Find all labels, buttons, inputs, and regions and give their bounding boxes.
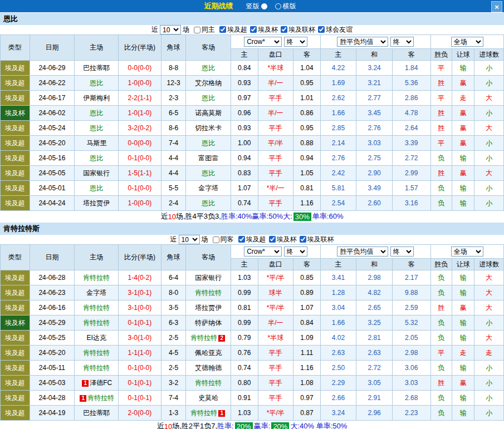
away-team-cell[interactable]: 肯特拉特1 (186, 406, 231, 421)
away-team-cell[interactable]: 恩比 (186, 136, 231, 151)
home-team-cell[interactable]: 恩比 (75, 181, 119, 196)
home-team-cell[interactable]: 恩比 (75, 106, 119, 121)
home-team-cell[interactable]: 巴拉蒂耶 (75, 406, 119, 421)
league-checkbox[interactable] (238, 236, 245, 243)
col-europe-draw: 和 (356, 49, 393, 61)
league-filter[interactable]: 埃及杯 (247, 25, 278, 34)
europe-away-odds: 5.36 (392, 76, 430, 91)
league-filter[interactable]: 埃及联杯 (297, 235, 334, 244)
home-team-cell[interactable]: 伊斯梅利 (75, 91, 119, 106)
home-team-cell[interactable]: 恩比 (75, 121, 119, 136)
layout-option-vertical[interactable]: 竖版 (246, 2, 267, 11)
asia-away-odds: 1.09 (293, 331, 320, 346)
home-team-cell[interactable]: 肯特拉特 (75, 300, 119, 315)
away-team-cell[interactable]: 金字塔 (186, 181, 231, 196)
away-team-cell[interactable]: 恩比 (186, 196, 231, 211)
home-team-cell[interactable]: 肯特拉特 (75, 361, 119, 376)
away-team-cell[interactable]: 诺高莫斯 (186, 106, 231, 121)
away-team-cell[interactable]: 肯特拉特2 (186, 331, 231, 346)
corner-cell: 4-5 (161, 346, 185, 361)
away-team-cell[interactable]: 国家银行 (186, 270, 231, 285)
league-label: 埃及超 (227, 25, 247, 34)
away-team-cell[interactable]: 恩比 (186, 91, 231, 106)
league-checkbox[interactable] (281, 26, 287, 33)
home-team-cell[interactable]: 恩比 (75, 151, 119, 166)
home-team-cell[interactable]: 巴拉蒂耶 (75, 61, 119, 76)
away-team-cell[interactable]: 艾尔格纳 (186, 76, 231, 91)
europe-draw-odds: 3.24 (356, 61, 393, 76)
away-team-cell[interactable]: 肯特拉特 (186, 376, 231, 391)
home-team-cell[interactable]: 塔拉贾伊 (75, 196, 119, 211)
away-team-cell[interactable]: 塔拉贾伊 (186, 300, 231, 315)
same-venue-checkbox[interactable] (213, 236, 219, 243)
corner-cell: 8-6 (161, 121, 185, 136)
odds-company-select[interactable]: Crow* (244, 37, 282, 47)
asia-handicap: 平手 (258, 391, 293, 406)
europe-away-odds: 1.84 (392, 61, 430, 76)
layout-option-horizontal[interactable]: 横版 (275, 2, 296, 11)
away-team-cell[interactable]: 富图雷 (186, 151, 231, 166)
away-team-cell[interactable]: 切拉米卡 (186, 121, 231, 136)
europe-time-select[interactable]: 终 (390, 37, 414, 47)
same-venue-filter[interactable]: 同主 (191, 25, 215, 34)
home-team-cell[interactable]: 国家银行 (75, 166, 119, 181)
home-team-name: 恩比 (90, 109, 103, 117)
scope-select[interactable]: 全场 (451, 246, 483, 257)
home-team-cell[interactable]: 1肯特拉特 (75, 391, 119, 406)
home-team-cell[interactable]: 马斯里 (75, 136, 119, 151)
asia-time-select[interactable]: 终 (284, 246, 307, 257)
scope-select[interactable]: 全场 (451, 37, 483, 47)
date-cell: 24-05-03 (30, 376, 75, 391)
europe-time-select[interactable]: 终 (390, 246, 414, 257)
recent-count-select[interactable]: 10 (179, 235, 200, 244)
result-wdl: 负 (430, 181, 452, 196)
result-handicap: 赢 (452, 300, 474, 315)
home-team-cell[interactable]: 肯特拉特 (75, 346, 119, 361)
home-team-cell[interactable]: 肯特拉特 (75, 315, 119, 331)
same-venue-filter[interactable]: 同客 (210, 235, 234, 244)
date-cell: 24-04-24 (30, 196, 75, 211)
league-filter[interactable]: 埃及超 (217, 25, 247, 34)
europe-draw-odds: 2.81 (356, 331, 393, 346)
home-team-cell[interactable]: 恩比 (75, 76, 119, 91)
home-team-cell[interactable]: 金字塔 (75, 285, 119, 300)
asia-time-select[interactable]: 终 (284, 37, 307, 47)
europe-odds-select[interactable]: 胜平负均值 (337, 37, 388, 47)
away-team-cell[interactable]: 佩哈亚克 (186, 346, 231, 361)
away-team-cell[interactable]: 史莫哈 (186, 391, 231, 406)
result-goals: 小 (474, 315, 504, 331)
asia-home-odds: 1.03 (231, 406, 258, 421)
away-team-cell[interactable]: 艾德翰德 (186, 361, 231, 376)
match-row: 埃及超24-04-281肯特拉特0-1(0-1)7-4史莫哈0.91平手0.97… (1, 391, 504, 406)
league-filter[interactable]: 埃及杯 (266, 235, 297, 244)
odds-company-select[interactable]: Crow* (244, 246, 282, 257)
away-team-cell[interactable]: 恩比 (186, 61, 231, 76)
away-team-cell[interactable]: 恩比 (186, 166, 231, 181)
same-venue-checkbox[interactable] (194, 27, 200, 33)
recent-count-select[interactable]: 10 (160, 25, 181, 34)
league-checkbox[interactable] (269, 236, 276, 243)
league-checkbox[interactable] (300, 236, 306, 243)
home-team-cell[interactable]: 1泽德FC (75, 376, 119, 391)
europe-home-odds: 2.54 (320, 196, 356, 211)
league-filter[interactable]: 球会友谊 (315, 25, 353, 34)
scope-controls: 全场 (430, 35, 503, 49)
away-team-cell[interactable]: 特萨纳体 (186, 315, 231, 331)
close-button[interactable]: × (491, 1, 502, 12)
league-checkbox[interactable] (250, 26, 257, 33)
europe-odds-select[interactable]: 胜平负均值 (337, 246, 388, 257)
away-team-cell[interactable]: 肯特拉特 (186, 285, 231, 300)
col-date: 日期 (30, 35, 75, 61)
europe-draw-odds: 2.60 (356, 196, 393, 211)
league-filter[interactable]: 埃及超 (236, 235, 266, 244)
home-team-cell[interactable]: EI达克 (75, 331, 119, 346)
league-checkbox[interactable] (219, 26, 226, 33)
league-type-cell: 埃及超 (1, 151, 30, 166)
league-filter[interactable]: 埃及联杯 (278, 25, 315, 34)
league-checkbox[interactable] (318, 26, 325, 33)
match-row: 埃及超24-04-19巴拉蒂耶2-0(0-0)1-3肯特拉特11.03*平/半0… (1, 406, 504, 421)
result-wdl: 胜 (430, 166, 452, 181)
summary-part: 30% (293, 213, 311, 221)
summary-part: 单率:60% (312, 211, 344, 221)
home-team-cell[interactable]: 肯特拉特 (75, 270, 119, 285)
